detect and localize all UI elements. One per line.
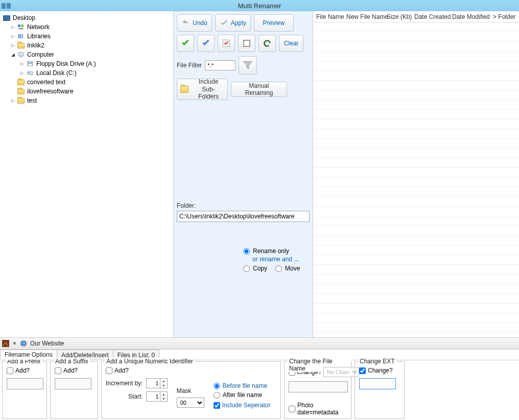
- mask-select[interactable]: 00: [177, 398, 204, 408]
- group-numeric-identifier: Add a Unique Numeric Identifier Add? Inc…: [101, 361, 281, 419]
- col-datecreated[interactable]: Date Created: [411, 11, 449, 22]
- svg-rect-15: [2, 340, 9, 347]
- change-filename-input[interactable]: [289, 381, 348, 392]
- check-icon: [201, 38, 211, 48]
- group-change-filename: Change the File Name Change? No Change P…: [284, 361, 351, 419]
- increment-spinner[interactable]: ▲▼: [146, 378, 168, 388]
- tree-label: Desktop: [13, 14, 35, 21]
- prefix-input[interactable]: [7, 378, 43, 389]
- tree-item-localdisk[interactable]: ▷ Local Disk (C:): [1, 68, 172, 78]
- spin-down-icon[interactable]: ▼: [160, 383, 167, 388]
- svg-rect-4: [20, 34, 21, 39]
- svg-rect-3: [18, 34, 20, 39]
- start-spinner[interactable]: ▲▼: [146, 391, 168, 402]
- square-button[interactable]: [238, 35, 255, 52]
- checkbox-red-button[interactable]: [218, 35, 235, 52]
- refresh-icon: [262, 38, 272, 48]
- tree-label: Computer: [27, 51, 54, 58]
- funnel-icon: [242, 60, 253, 71]
- filename-options-panel: Add a Prefix Add? Add a Suffix Add? Add …: [0, 360, 519, 420]
- folder-icon: [180, 86, 188, 93]
- photo-metadata-checkbox[interactable]: [289, 406, 295, 412]
- svg-rect-9: [29, 61, 31, 63]
- copy-label: Copy: [253, 265, 267, 272]
- group-add-suffix: Add a Suffix Add?: [50, 361, 98, 419]
- checkbox-icon: [222, 39, 231, 48]
- svg-rect-14: [244, 40, 250, 46]
- tree-label: Local Disk (C:): [36, 69, 77, 77]
- suffix-add-checkbox[interactable]: [55, 367, 61, 374]
- spin-up-icon[interactable]: ▲: [160, 379, 167, 383]
- spin-down-icon[interactable]: ▼: [160, 397, 167, 401]
- svg-point-0: [18, 24, 20, 27]
- filter-apply-button[interactable]: [239, 56, 257, 75]
- prefix-add-checkbox[interactable]: [7, 367, 13, 374]
- clear-button[interactable]: Clear: [279, 35, 303, 52]
- folder-label: Folder:: [177, 202, 310, 209]
- dropdown-icon[interactable]: ▼: [12, 341, 17, 346]
- before-filename-radio[interactable]: [214, 383, 220, 389]
- tab-filename-options[interactable]: Filename Options: [0, 350, 57, 360]
- tree-item-folder[interactable]: converted text: [1, 78, 172, 87]
- tree-label: Libraries: [27, 33, 51, 40]
- expand-icon[interactable]: ▷: [10, 24, 16, 30]
- preview-button[interactable]: Preview: [254, 14, 294, 32]
- tree-item-user[interactable]: ▷ Inklik2: [1, 41, 172, 50]
- expand-icon[interactable]: ▷: [10, 34, 16, 39]
- copy-radio[interactable]: [243, 265, 250, 272]
- spin-up-icon[interactable]: ▲: [160, 392, 167, 397]
- check-blue-button[interactable]: [197, 35, 215, 52]
- apply-button[interactable]: Apply: [215, 14, 251, 32]
- tree-item-folder[interactable]: ilovefreesoftware: [1, 87, 172, 96]
- tree-label: ilovefreesoftware: [27, 88, 74, 95]
- window-sysicons: [2, 3, 11, 9]
- numeric-add-checkbox[interactable]: [106, 367, 112, 374]
- expand-icon[interactable]: ▷: [19, 70, 25, 76]
- tree-item-network[interactable]: ▷ Network: [1, 22, 172, 32]
- col-size[interactable]: Size (Kb): [384, 11, 411, 22]
- col-folder[interactable]: > Folder: [490, 11, 515, 22]
- col-newfilename[interactable]: New File Name: [343, 11, 384, 22]
- tree-item-libraries[interactable]: ▷ Libraries: [1, 32, 172, 41]
- expand-icon[interactable]: ▷: [10, 98, 16, 104]
- grid-body: [313, 22, 519, 333]
- mask-label: Mask: [177, 387, 192, 394]
- folder-tree[interactable]: Desktop ▷ Network ▷ Libraries ▷ Inklik2 …: [0, 11, 174, 337]
- group-add-prefix: Add a Prefix Add?: [2, 361, 47, 419]
- website-link[interactable]: Our Website: [30, 340, 64, 347]
- col-filename[interactable]: File Name: [313, 11, 343, 22]
- expand-icon[interactable]: ▷: [10, 43, 16, 48]
- undo-button[interactable]: Undo: [177, 14, 212, 32]
- move-radio[interactable]: [275, 265, 282, 272]
- include-subfolders-button[interactable]: IncludeSub-Folders: [177, 79, 228, 100]
- folder-path-input[interactable]: [177, 211, 310, 222]
- file-filter-input[interactable]: [205, 60, 235, 70]
- tree-label: test: [27, 97, 37, 104]
- tree-item-computer[interactable]: ◢ Computer: [1, 50, 172, 59]
- tree-root-desktop[interactable]: Desktop: [1, 13, 172, 22]
- tree-item-folder[interactable]: ▷ test: [1, 96, 172, 105]
- tree-label: Floppy Disk Drive (A:): [36, 60, 96, 67]
- rename-or-label: or rename and ...: [252, 256, 310, 263]
- refresh-button[interactable]: [258, 35, 276, 52]
- check-green-button[interactable]: [177, 35, 194, 52]
- svg-rect-2: [19, 28, 23, 30]
- tree-label: Inklik2: [27, 42, 44, 49]
- app-title: Multi Renamer: [238, 2, 281, 10]
- include-separator-checkbox[interactable]: [214, 402, 220, 409]
- manual-renaming-button[interactable]: Manual Renaming: [231, 82, 287, 97]
- grid-header: File Name New File Name Size (Kb) Date C…: [313, 11, 519, 22]
- col-datemodified[interactable]: Date Modified: [449, 11, 490, 22]
- suffix-input[interactable]: [55, 378, 91, 389]
- file-grid[interactable]: File Name New File Name Size (Kb) Date C…: [313, 11, 519, 337]
- after-filename-radio[interactable]: [214, 392, 220, 399]
- expand-icon[interactable]: ▷: [19, 61, 25, 67]
- change-ext-input[interactable]: [359, 378, 396, 389]
- change-ext-checkbox[interactable]: [359, 367, 366, 374]
- change-filename-select[interactable]: No Change: [323, 367, 359, 377]
- network-icon: [17, 23, 25, 31]
- legend-numeric: Add a Unique Numeric Identifier: [105, 358, 195, 365]
- tree-item-floppy[interactable]: ▷ Floppy Disk Drive (A:): [1, 59, 172, 68]
- collapse-icon[interactable]: ◢: [10, 52, 16, 58]
- rename-only-radio[interactable]: [243, 248, 250, 255]
